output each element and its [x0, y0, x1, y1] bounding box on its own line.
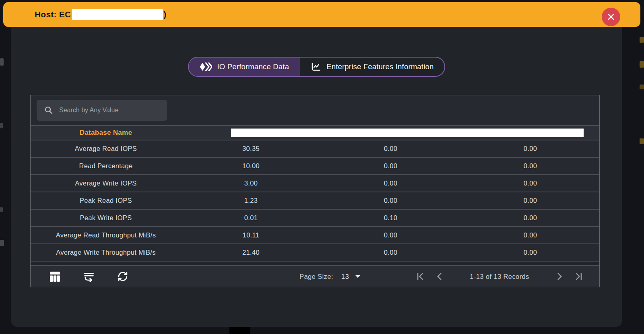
row-value: 10.00	[181, 162, 321, 170]
row-value: 0.01	[181, 214, 321, 222]
background-artifact	[640, 138, 644, 144]
background-artifact	[229, 327, 250, 334]
first-page-icon	[415, 271, 425, 282]
background-artifact	[0, 58, 4, 66]
table-row: Average Read IOPS 30.35 0.00 0.00	[31, 140, 599, 158]
row-value: 0.10	[321, 214, 460, 222]
next-page-icon	[554, 271, 565, 282]
page-size-label: Page Size:	[299, 273, 333, 280]
search-box[interactable]	[37, 100, 167, 121]
row-group-icon	[83, 271, 95, 282]
redaction-box	[231, 129, 584, 137]
column-header-database-name: Database Name	[31, 129, 181, 137]
records-range-text: 1-13 of 13 Records	[466, 273, 533, 280]
pagination: 1-13 of 13 Records	[415, 271, 584, 282]
row-value: 0.00	[460, 179, 600, 187]
table-row: Average Read Throughput MiB/s 10.11 0.00…	[31, 227, 599, 244]
row-value: 0.00	[460, 145, 600, 153]
line-chart-icon	[311, 62, 321, 72]
row-value: 0.00	[460, 214, 600, 222]
row-label: Peak Read IOPS	[31, 197, 181, 204]
last-page-icon	[574, 271, 584, 282]
background-artifact	[0, 240, 4, 246]
data-table-panel: Database Name Average Read IOPS 30.35 0.…	[30, 95, 600, 287]
refresh-button[interactable]	[117, 271, 128, 282]
page-size-control: Page Size: 13	[299, 273, 361, 280]
host-modal: IO Performance Data Enterprise Features …	[11, 27, 622, 327]
row-label: Average Read IOPS	[31, 145, 181, 153]
tab-label: Enterprise Features Information	[326, 62, 433, 71]
tab-label: IO Performance Data	[217, 62, 289, 71]
caret-down-icon[interactable]	[355, 275, 361, 278]
modal-title-tail: )	[163, 10, 166, 19]
row-group-button[interactable]	[83, 271, 95, 282]
background-artifact	[640, 37, 644, 43]
last-page-button[interactable]	[574, 271, 584, 282]
prev-page-button[interactable]	[434, 271, 445, 282]
row-value: 0.00	[460, 162, 600, 170]
search-icon	[44, 105, 54, 115]
search-row	[31, 95, 599, 125]
close-icon	[607, 13, 615, 21]
search-input[interactable]	[58, 106, 161, 114]
row-value: 0.00	[460, 231, 600, 239]
columns-button[interactable]	[49, 271, 61, 282]
tab-bar: IO Performance Data Enterprise Features …	[188, 57, 446, 77]
table-row: Average Write Throughput MiB/s 21.40 0.0…	[31, 244, 599, 262]
row-value: 10.11	[181, 231, 321, 239]
row-label: Read Percentage	[31, 162, 181, 170]
modal-title-text: Host: EC	[35, 10, 71, 19]
first-page-button[interactable]	[415, 271, 425, 282]
modal-header: Host: EC )	[3, 2, 640, 27]
modal-title: Host: EC )	[35, 9, 166, 20]
table-row: Average Write IOPS 3.00 0.00 0.00	[31, 175, 599, 192]
table-tools	[49, 271, 128, 282]
refresh-icon	[117, 271, 128, 282]
columns-icon	[49, 271, 61, 282]
tab-io-performance-data[interactable]: IO Performance Data	[189, 58, 300, 76]
background-artifact	[640, 61, 644, 68]
table-row: Peak Write IOPS 0.01 0.10 0.00	[31, 210, 599, 227]
row-value: 0.00	[460, 197, 600, 204]
row-value: 0.00	[321, 231, 460, 239]
next-page-button[interactable]	[554, 271, 565, 282]
tab-enterprise-features-information[interactable]: Enterprise Features Information	[300, 58, 444, 76]
row-label: Average Write IOPS	[31, 179, 181, 187]
table-header-row: Database Name	[31, 125, 599, 140]
table-footer-divider	[31, 262, 599, 266]
row-value: 30.35	[181, 145, 321, 153]
speed-diamond-icon	[200, 62, 212, 71]
row-label: Average Write Throughput MiB/s	[31, 249, 181, 256]
background-artifact	[0, 207, 3, 212]
close-button[interactable]	[602, 8, 620, 26]
row-value: 0.00	[321, 249, 460, 256]
row-value: 1.23	[181, 197, 321, 204]
row-label: Peak Write IOPS	[31, 214, 181, 222]
prev-page-icon	[434, 271, 445, 282]
table-footer: Page Size: 13	[31, 266, 599, 287]
background-artifact	[640, 85, 644, 89]
page-size-value[interactable]: 13	[341, 273, 349, 280]
row-value: 0.00	[321, 162, 460, 170]
table-row: Read Percentage 10.00 0.00 0.00	[31, 158, 599, 175]
row-value: 3.00	[181, 179, 321, 187]
row-value: 0.00	[321, 145, 460, 153]
background-artifact	[0, 123, 3, 128]
row-value: 0.00	[321, 197, 460, 204]
row-value: 21.40	[181, 249, 321, 256]
screen: IO Performance Data Enterprise Features …	[0, 0, 644, 334]
table-row: Peak Read IOPS 1.23 0.00 0.00	[31, 192, 599, 210]
row-label: Average Read Throughput MiB/s	[31, 231, 181, 239]
redaction-box	[72, 9, 163, 20]
row-value: 0.00	[460, 249, 600, 256]
row-value: 0.00	[321, 179, 460, 187]
